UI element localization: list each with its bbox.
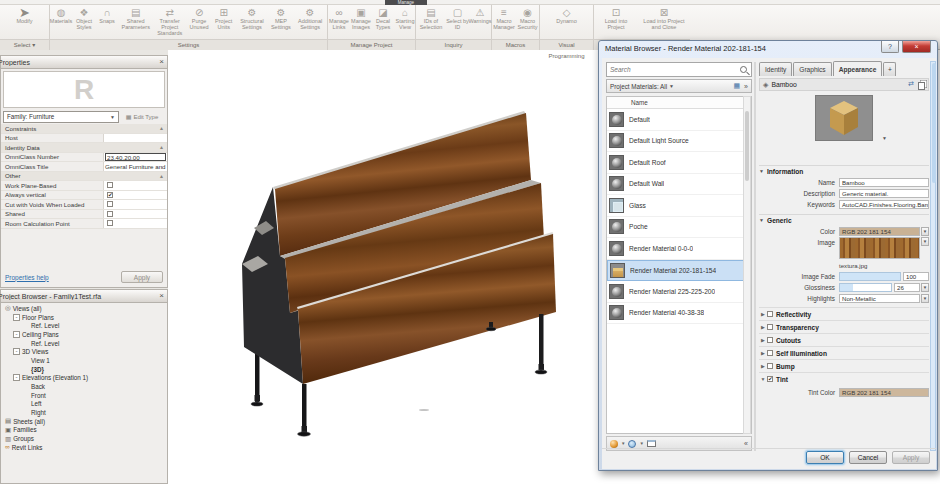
checkbox-row[interactable]: Work Plane-Based xyxy=(1,181,167,191)
object-styles-button[interactable]: ❖Object Styles xyxy=(72,6,96,31)
collapse-icon[interactable]: - xyxy=(13,348,20,355)
pane-splitter[interactable] xyxy=(754,62,756,451)
keywords-field[interactable]: AutoCAD.Finishes.Flooring.Bambo... xyxy=(839,200,929,209)
select-group-label[interactable]: Select ▾ xyxy=(0,39,49,50)
shared-parameters-button[interactable]: ▤Shared Parameters xyxy=(118,6,153,31)
tree-item[interactable]: ◎Views (all) xyxy=(3,304,167,313)
tab-identity[interactable]: Identity xyxy=(759,62,792,76)
chevron-down-icon[interactable]: ▼ xyxy=(639,441,643,446)
checkbox[interactable] xyxy=(107,182,113,188)
cutouts-section[interactable]: ▶ Cutouts xyxy=(759,333,929,346)
material-row[interactable]: Default Light Source xyxy=(607,131,751,153)
ok-button[interactable]: OK xyxy=(806,451,844,464)
tree-item[interactable]: -3D Views xyxy=(3,347,167,356)
manage-links-button[interactable]: ∞Manage Links xyxy=(328,6,350,31)
purge-unused-button[interactable]: ⊘Purge Unused xyxy=(186,6,212,31)
material-preview-swatch[interactable] xyxy=(815,95,873,141)
swap-asset-icon[interactable]: ⇄ xyxy=(908,80,914,90)
dynamo-button[interactable]: ◇Dynamo xyxy=(556,6,578,25)
apply-button[interactable]: Apply xyxy=(121,271,163,283)
checkbox[interactable] xyxy=(767,311,773,317)
material-row[interactable]: Render Material 225-225-200 xyxy=(607,281,751,303)
duplicate-asset-icon[interactable] xyxy=(918,82,925,90)
project-browser-header[interactable]: Project Browser - Family1Test.rfa × xyxy=(1,290,167,303)
tree-item[interactable]: Ref. Level xyxy=(3,321,167,330)
self-illumination-section[interactable]: ▶ Self Illumination xyxy=(759,346,929,359)
tree-item[interactable]: Back xyxy=(3,382,167,391)
checkbox[interactable] xyxy=(107,201,113,207)
material-row[interactable]: Render Material 0-0-0 xyxy=(607,238,751,260)
load-into-project-button[interactable]: ⊡Load into Project xyxy=(597,6,635,31)
checkbox-row[interactable]: Room Calculation Point xyxy=(1,219,167,229)
material-row-selected[interactable]: Render Material 202-181-154 xyxy=(607,260,751,282)
tint-section[interactable]: ▼ ✔ Tint xyxy=(759,372,929,385)
information-section-header[interactable]: ▼ Information xyxy=(759,165,929,176)
select-by-id-button[interactable]: ▢Select by ID xyxy=(446,6,469,31)
transfer-project-standards-button[interactable]: ⇄Transfer Project Standards xyxy=(153,6,186,37)
section-row[interactable]: Other▲ xyxy=(1,172,167,182)
checkbox-row[interactable]: Cut with Voids When Loaded xyxy=(1,200,167,210)
tree-item[interactable]: -Elevations (Elevation 1) xyxy=(3,374,167,383)
description-field[interactable]: Generic material. xyxy=(839,189,929,198)
tree-item[interactable]: Left xyxy=(3,400,167,409)
material-library-icon[interactable] xyxy=(628,440,636,448)
list-scrollbar[interactable] xyxy=(743,96,751,434)
materials-button[interactable]: ◍Materials xyxy=(50,6,72,25)
checkbox[interactable]: ✔ xyxy=(767,376,773,382)
checkbox[interactable] xyxy=(767,363,773,369)
tree-item[interactable]: ∞Revit Links xyxy=(3,443,167,452)
tree-item[interactable]: -Ceiling Plans xyxy=(3,330,167,339)
section-collapse-icon[interactable]: ▲ xyxy=(159,125,167,131)
manage-images-button[interactable]: ▣Manage Images xyxy=(350,6,372,31)
add-tab-button[interactable]: + xyxy=(883,62,896,76)
close-icon[interactable]: × xyxy=(159,292,164,300)
search-icon[interactable] xyxy=(740,66,747,73)
name-field[interactable]: Bamboo xyxy=(839,178,929,187)
image-fade-slider[interactable] xyxy=(839,272,901,281)
checkbox[interactable] xyxy=(767,324,773,330)
collapse-icon[interactable]: - xyxy=(13,374,20,381)
tree-item[interactable]: {3D} xyxy=(3,365,167,374)
modify-button[interactable]: ➤ Modify xyxy=(8,6,42,25)
chevron-down-icon[interactable]: ▼ xyxy=(621,441,625,446)
tab-appearance[interactable]: Appearance xyxy=(833,61,883,76)
macro-manager-button[interactable]: ≡Macro Manager xyxy=(492,6,516,31)
close-icon[interactable]: × xyxy=(159,58,164,66)
glossiness-slider[interactable] xyxy=(839,283,892,292)
omniclass-number-input[interactable]: 23.40.20.00 xyxy=(105,153,166,161)
help-button[interactable]: ? xyxy=(881,41,899,53)
checkbox[interactable] xyxy=(107,211,113,217)
image-fade-value[interactable]: 100 xyxy=(903,272,929,281)
tree-item[interactable]: Front xyxy=(3,391,167,400)
image-options-icon[interactable]: ▼ xyxy=(921,237,929,246)
decal-types-button[interactable]: ◪Decal Types xyxy=(372,6,394,31)
list-header[interactable]: Name xyxy=(607,97,751,109)
close-button[interactable]: × xyxy=(902,41,931,53)
checkbox[interactable] xyxy=(107,220,113,226)
glossiness-options-icon[interactable]: ▼ xyxy=(921,283,929,292)
section-collapse-icon[interactable]: ▲ xyxy=(159,173,167,179)
edit-type-button[interactable]: ▦ Edit Type xyxy=(119,113,165,120)
mep-settings-button[interactable]: ⚙MEP Settings xyxy=(269,6,294,31)
tree-item[interactable]: Right xyxy=(3,408,167,417)
color-options-icon[interactable]: ▼ xyxy=(921,227,929,236)
material-row[interactable]: Render Material 40-38-38 xyxy=(607,303,751,325)
warnings-button[interactable]: ⚠Warnings xyxy=(469,6,491,25)
chevron-down-icon[interactable]: ▼ xyxy=(921,294,929,303)
texture-image[interactable] xyxy=(839,237,920,259)
color-swatch[interactable]: RGB 202 181 154 xyxy=(839,227,920,236)
checkbox[interactable] xyxy=(767,350,773,356)
param-row[interactable]: OmniClass TitleGeneral Furniture and Spe… xyxy=(1,162,167,172)
snaps-button[interactable]: ∩Snaps xyxy=(96,6,118,25)
open-editor-icon[interactable] xyxy=(647,440,656,447)
collapse-pane-icon[interactable]: « xyxy=(744,440,748,447)
tab-graphics[interactable]: Graphics xyxy=(793,62,831,76)
starting-view-button[interactable]: ⌂Starting View xyxy=(394,6,416,31)
checkbox-row[interactable]: Shared xyxy=(1,210,167,220)
material-filter-bar[interactable]: Project Materials: All ▼ ▦ » xyxy=(606,79,752,93)
material-row[interactable]: Default Roof xyxy=(607,152,751,174)
tint-color-swatch[interactable]: RGB 202 181 154 xyxy=(839,388,929,397)
load-into-project-and-close-button[interactable]: ⊠Load into Project and Close xyxy=(641,6,687,31)
material-row[interactable]: Default xyxy=(607,109,751,131)
transparency-section[interactable]: ▶ Transparency xyxy=(759,320,929,333)
